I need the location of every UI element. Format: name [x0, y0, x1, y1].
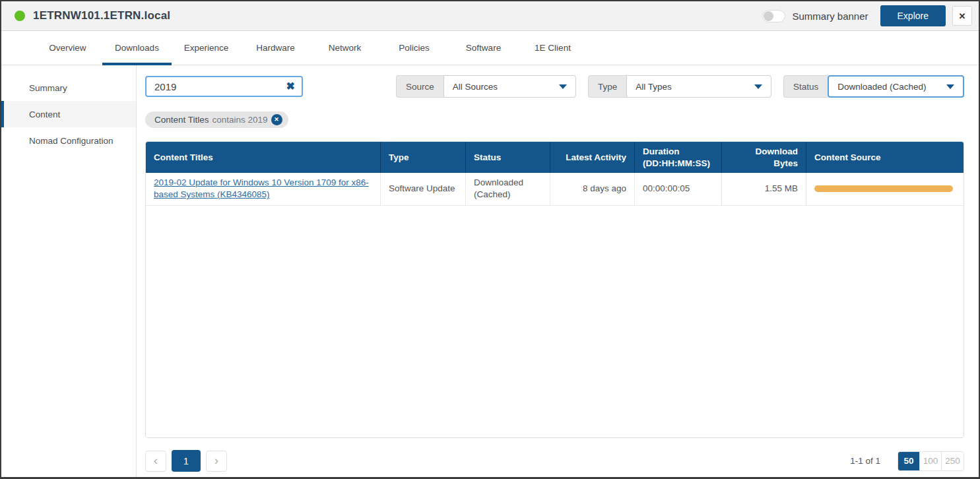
- close-icon[interactable]: ✕: [952, 6, 972, 26]
- table-empty-space: [146, 206, 964, 437]
- source-filter-select[interactable]: All Sources: [443, 75, 576, 98]
- chevron-down-icon: [946, 84, 954, 89]
- title-bar: 1ETRNW101.1ETRN.local Summary banner Exp…: [1, 1, 979, 31]
- column-header-content-source[interactable]: Content Source: [806, 142, 964, 173]
- toggle-knob-icon: [764, 11, 773, 21]
- tab-policies[interactable]: Policies: [379, 31, 449, 65]
- status-filter-select[interactable]: Downloaded (Cached): [828, 75, 964, 98]
- status-filter: Status Downloaded (Cached): [783, 75, 964, 98]
- tab-downloads[interactable]: Downloads: [102, 31, 172, 65]
- device-online-status-icon: [15, 11, 25, 21]
- table-row: 2019-02 Update for Windows 10 Version 17…: [146, 173, 964, 205]
- source-filter-value: All Sources: [453, 82, 498, 92]
- device-tab-bar: Overview Downloads Experience Hardware N…: [1, 31, 979, 65]
- content-source-progress-bar: [814, 185, 953, 192]
- page-size-100-button[interactable]: 100: [920, 452, 942, 470]
- cell-content-source: [806, 173, 964, 205]
- page-size-50-button[interactable]: 50: [898, 452, 920, 470]
- source-filter: Source All Sources: [396, 75, 576, 98]
- type-filter-value: All Types: [636, 82, 672, 92]
- clear-search-icon[interactable]: ✖: [286, 81, 295, 92]
- table-header-row: Content Titles Type Status Latest Activi…: [146, 142, 964, 173]
- content-title-link[interactable]: 2019-02 Update for Windows 10 Version 17…: [154, 177, 372, 201]
- content-search-box: ✖: [145, 76, 303, 97]
- column-header-status[interactable]: Status: [466, 142, 550, 173]
- column-header-download-bytes[interactable]: Download Bytes: [722, 142, 806, 173]
- cell-status: Downloaded (Cached): [466, 173, 550, 205]
- content-area: Summary Content Nomad Configuration ✖ So…: [1, 65, 979, 477]
- column-header-content-titles[interactable]: Content Titles: [146, 142, 381, 173]
- page-number-button[interactable]: 1: [172, 450, 201, 472]
- tab-experience[interactable]: Experience: [172, 31, 241, 65]
- chevron-down-icon: [754, 84, 762, 89]
- status-filter-label: Status: [783, 75, 828, 98]
- type-filter-select[interactable]: All Types: [626, 75, 771, 98]
- column-header-duration[interactable]: Duration (DD:HH:MM:SS): [635, 142, 722, 173]
- cell-latest-activity: 8 days ago: [550, 173, 635, 205]
- tab-software[interactable]: Software: [449, 31, 518, 65]
- chevron-down-icon: [559, 84, 567, 89]
- device-window: 1ETRNW101.1ETRN.local Summary banner Exp…: [0, 0, 980, 479]
- source-filter-label: Source: [396, 75, 443, 98]
- sidebar-item-summary[interactable]: Summary: [1, 75, 136, 101]
- filter-dropdowns: Source All Sources Type All Types: [396, 75, 964, 98]
- remove-filter-icon[interactable]: ✕: [271, 114, 282, 125]
- sidebar-item-content[interactable]: Content: [1, 101, 136, 127]
- cell-content-title: 2019-02 Update for Windows 10 Version 17…: [146, 173, 381, 205]
- active-filters-row: Content Titles contains 2019 ✕: [145, 112, 964, 128]
- filter-row: ✖ Source All Sources Type All Types: [145, 75, 964, 98]
- filter-chip-condition: contains 2019: [212, 115, 268, 125]
- tab-1e-client[interactable]: 1E Client: [518, 31, 587, 65]
- column-header-latest-activity[interactable]: Latest Activity: [550, 142, 635, 173]
- status-filter-value: Downloaded (Cached): [837, 82, 926, 92]
- summary-banner-toggle[interactable]: [762, 10, 785, 22]
- explore-button[interactable]: Explore: [880, 5, 946, 26]
- downloads-sidebar: Summary Content Nomad Configuration: [1, 65, 137, 477]
- page-size-250-button[interactable]: 250: [942, 452, 964, 470]
- filter-chip: Content Titles contains 2019 ✕: [145, 112, 288, 128]
- sidebar-item-nomad-configuration[interactable]: Nomad Configuration: [1, 127, 136, 154]
- cell-download-bytes: 1.55 MB: [722, 173, 806, 205]
- column-header-type[interactable]: Type: [381, 142, 466, 173]
- filter-chip-field: Content Titles: [154, 115, 209, 125]
- previous-page-icon[interactable]: ‹: [145, 451, 166, 472]
- next-page-icon[interactable]: ›: [206, 451, 227, 472]
- search-input[interactable]: [154, 81, 286, 92]
- content-main: ✖ Source All Sources Type All Types: [137, 65, 979, 477]
- tab-hardware[interactable]: Hardware: [241, 31, 310, 65]
- result-range-text: 1-1 of 1: [850, 456, 880, 466]
- content-table: Content Titles Type Status Latest Activi…: [145, 141, 964, 438]
- type-filter-label: Type: [588, 75, 626, 98]
- summary-banner-label: Summary banner: [792, 11, 868, 22]
- device-title: 1ETRNW101.1ETRN.local: [33, 9, 170, 22]
- cell-type: Software Update: [381, 173, 466, 205]
- tab-network[interactable]: Network: [310, 31, 379, 65]
- page-size-selector: 50 100 250: [898, 451, 964, 471]
- cell-duration: 00:00:00:05: [635, 173, 722, 205]
- pagination-row: ‹ 1 › 1-1 of 1 50 100 250: [145, 450, 964, 472]
- type-filter: Type All Types: [588, 75, 771, 98]
- tab-overview[interactable]: Overview: [33, 31, 102, 65]
